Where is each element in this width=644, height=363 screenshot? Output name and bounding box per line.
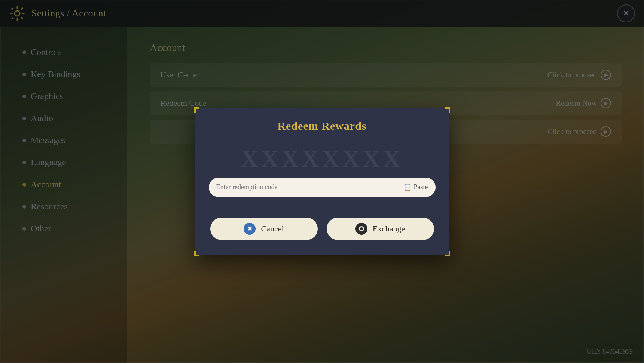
modal-divider-bottom — [203, 206, 442, 206]
exchange-label: Exchange — [373, 224, 405, 234]
cancel-icon: ✕ — [244, 223, 256, 235]
corner-decoration-bl — [194, 247, 203, 256]
cancel-label: Cancel — [261, 224, 284, 234]
cancel-button[interactable]: ✕ Cancel — [210, 218, 318, 240]
redemption-code-input[interactable] — [209, 183, 396, 191]
watermark-text: XXXXXXXX — [241, 145, 403, 173]
paste-icon: 📋 — [403, 183, 412, 191]
paste-label: Paste — [414, 183, 428, 191]
corner-decoration-br — [441, 247, 450, 256]
exchange-icon — [355, 223, 367, 235]
modal-overlay: Redeem Rewards XXXXXXXX 📋 Paste ✕ Cancel — [0, 0, 644, 363]
paste-button[interactable]: 📋 Paste — [396, 183, 436, 191]
modal-input-area: 📋 Paste — [195, 178, 449, 206]
modal-watermark-area: XXXXXXXX — [195, 140, 449, 178]
corner-decoration-tr — [441, 107, 450, 116]
modal-header: Redeem Rewards — [195, 108, 449, 140]
exchange-icon-inner — [359, 226, 364, 231]
corner-decoration-tl — [194, 107, 203, 116]
input-wrapper: 📋 Paste — [209, 178, 436, 197]
modal-title: Redeem Rewards — [210, 120, 434, 132]
modal-buttons: ✕ Cancel Exchange — [195, 218, 449, 240]
exchange-button[interactable]: Exchange — [327, 218, 434, 240]
redeem-modal: Redeem Rewards XXXXXXXX 📋 Paste ✕ Cancel — [195, 108, 449, 255]
